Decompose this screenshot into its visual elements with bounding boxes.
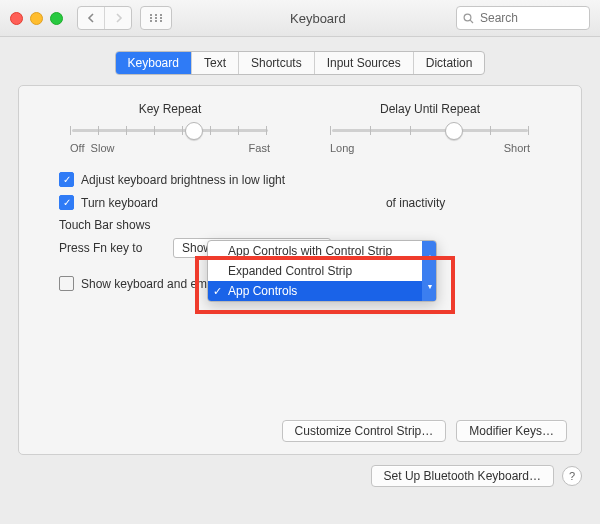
minimize-window-button[interactable] bbox=[30, 12, 43, 25]
adjust-brightness-checkbox[interactable]: ✓ bbox=[59, 172, 74, 187]
tab-text[interactable]: Text bbox=[191, 52, 238, 74]
search-field[interactable] bbox=[456, 6, 590, 30]
nav-back-forward bbox=[77, 6, 132, 30]
delay-track[interactable] bbox=[330, 122, 530, 138]
bluetooth-keyboard-button[interactable]: Set Up Bluetooth Keyboard… bbox=[371, 465, 554, 487]
touch-bar-option-0[interactable]: App Controls with Control Strip bbox=[208, 241, 436, 261]
delay-slider: Delay Until Repeat Long Short bbox=[330, 102, 530, 154]
prefs-body: Keyboard Text Shortcuts Input Sources Di… bbox=[0, 37, 600, 524]
show-all-prefs-button[interactable] bbox=[140, 6, 172, 30]
svg-point-9 bbox=[464, 14, 471, 21]
key-repeat-fast-label: Fast bbox=[249, 142, 270, 154]
key-repeat-off-label: Off bbox=[70, 142, 84, 154]
adjust-brightness-row[interactable]: ✓ Adjust keyboard brightness in low ligh… bbox=[59, 172, 557, 187]
tab-keyboard[interactable]: Keyboard bbox=[116, 52, 191, 74]
key-repeat-track[interactable] bbox=[70, 122, 270, 138]
customize-control-strip-button[interactable]: Customize Control Strip… bbox=[282, 420, 447, 442]
key-repeat-title: Key Repeat bbox=[70, 102, 270, 116]
key-repeat-slow-label: Slow bbox=[91, 142, 115, 154]
window-controls bbox=[10, 12, 63, 25]
help-button[interactable]: ? bbox=[562, 466, 582, 486]
touch-bar-label: Touch Bar shows bbox=[59, 218, 169, 232]
turn-off-backlight-checkbox[interactable]: ✓ bbox=[59, 195, 74, 210]
tab-dictation[interactable]: Dictation bbox=[413, 52, 485, 74]
svg-point-2 bbox=[160, 14, 162, 16]
key-repeat-slider: Key Repeat Off Slow Fast bbox=[70, 102, 270, 154]
svg-point-7 bbox=[155, 20, 157, 22]
turn-off-backlight-row[interactable]: ✓ Turn keyboard of inactivity bbox=[59, 195, 557, 210]
tab-shortcuts[interactable]: Shortcuts bbox=[238, 52, 314, 74]
turn-off-backlight-after: of inactivity bbox=[386, 196, 445, 210]
delay-title: Delay Until Repeat bbox=[330, 102, 530, 116]
svg-point-3 bbox=[150, 17, 152, 19]
svg-point-0 bbox=[150, 14, 152, 16]
delay-knob[interactable] bbox=[445, 122, 463, 140]
delay-short-label: Short bbox=[504, 142, 530, 154]
tab-input-sources[interactable]: Input Sources bbox=[314, 52, 413, 74]
modifier-keys-button[interactable]: Modifier Keys… bbox=[456, 420, 567, 442]
key-repeat-knob[interactable] bbox=[185, 122, 203, 140]
fn-key-label: Press Fn key to bbox=[59, 241, 169, 255]
show-viewers-checkbox[interactable] bbox=[59, 276, 74, 291]
tabs: Keyboard Text Shortcuts Input Sources Di… bbox=[18, 51, 582, 75]
window-title: Keyboard bbox=[290, 11, 346, 26]
svg-point-4 bbox=[155, 17, 157, 19]
touch-bar-option-2[interactable]: App Controls bbox=[208, 281, 436, 301]
forward-button[interactable] bbox=[104, 7, 131, 29]
search-icon bbox=[463, 13, 474, 24]
svg-point-5 bbox=[160, 17, 162, 19]
svg-point-6 bbox=[150, 20, 152, 22]
touch-bar-row: Touch Bar shows bbox=[59, 218, 557, 232]
dropdown-stepper-icon: ▲▼ bbox=[422, 241, 437, 301]
back-button[interactable] bbox=[78, 7, 104, 29]
svg-point-8 bbox=[160, 20, 162, 22]
delay-long-label: Long bbox=[330, 142, 354, 154]
turn-off-backlight-before: Turn keyboard bbox=[81, 196, 158, 210]
svg-point-1 bbox=[155, 14, 157, 16]
search-input[interactable] bbox=[478, 10, 562, 26]
touch-bar-dropdown[interactable]: App Controls with Control Strip Expanded… bbox=[207, 240, 437, 302]
zoom-window-button[interactable] bbox=[50, 12, 63, 25]
titlebar: Keyboard bbox=[0, 0, 600, 37]
keyboard-panel: Key Repeat Off Slow Fast Delay Until Rep… bbox=[18, 85, 582, 455]
svg-line-10 bbox=[470, 20, 473, 23]
close-window-button[interactable] bbox=[10, 12, 23, 25]
touch-bar-option-1[interactable]: Expanded Control Strip bbox=[208, 261, 436, 281]
adjust-brightness-label: Adjust keyboard brightness in low light bbox=[81, 173, 285, 187]
